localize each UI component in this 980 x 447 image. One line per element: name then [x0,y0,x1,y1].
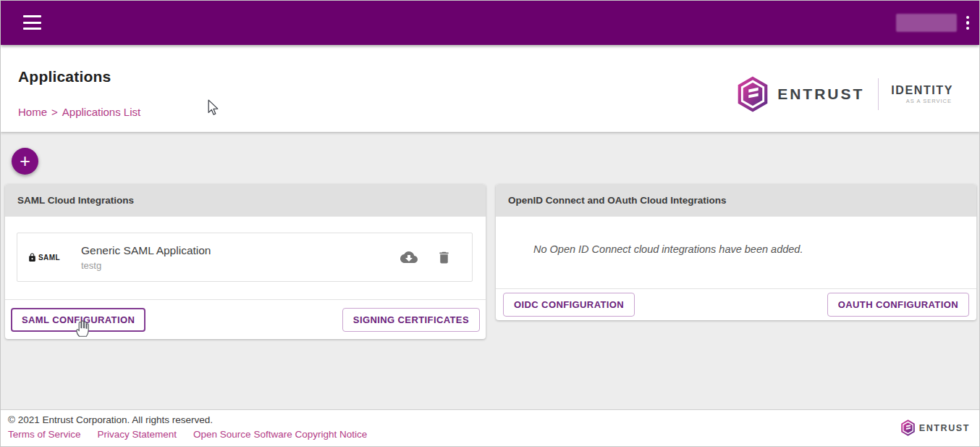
trash-icon [436,250,452,265]
page-title: Applications [18,68,111,85]
oidc-panel-actions: OIDC CONFIGURATION OAUTH CONFIGURATION [496,288,976,320]
signing-certificates-button[interactable]: SIGNING CERTIFICATES [342,308,480,332]
saml-panel-title: SAML Cloud Integrations [5,184,486,217]
footer-links: Terms of Service Privacy Statement Open … [8,429,367,440]
add-application-button[interactable]: + [12,148,38,175]
oidc-integrations-panel: OpenID Connect and OAuth Cloud Integrati… [496,184,976,320]
terms-of-service-link[interactable]: Terms of Service [8,429,81,440]
brand-divider [878,78,879,110]
brand-product: IDENTITY [891,84,953,97]
oidc-panel-title: OpenID Connect and OAuth Cloud Integrati… [496,184,976,217]
oidc-configuration-button[interactable]: OIDC CONFIGURATION [503,293,635,317]
download-metadata-button[interactable] [400,248,418,266]
oauth-configuration-button[interactable]: OAUTH CONFIGURATION [827,293,969,317]
open-source-notice-link[interactable]: Open Source Software Copyright Notice [193,429,367,440]
breadcrumb-home-link[interactable]: Home [18,106,47,118]
lock-icon [28,253,37,262]
saml-integrations-panel: SAML Cloud Integrations SAML Generic SAM… [5,184,486,339]
footer-brand-logo: ENTRUST [900,419,970,436]
breadcrumb: Home>Applications List [18,106,140,118]
saml-application-row[interactable]: SAML Generic SAML Application testg [17,233,473,282]
saml-badge-label: SAML [38,254,60,262]
entrust-hexagon-icon-small [900,419,916,436]
page: Applications Home>Applications List ENTR… [0,0,980,447]
kebab-menu-icon[interactable] [965,13,971,33]
application-name: Generic SAML Application [81,244,211,257]
privacy-statement-link[interactable]: Privacy Statement [98,429,177,440]
entrust-hexagon-icon [736,76,769,112]
saml-configuration-button[interactable]: SAML CONFIGURATION [11,308,145,332]
footer-brand-name: ENTRUST [919,423,970,433]
saml-panel-actions: SAML CONFIGURATION SIGNING CERTIFICATES [5,299,486,339]
cloud-download-icon [400,248,418,266]
oidc-empty-message: No Open ID Connect cloud integrations ha… [533,243,803,255]
copyright-text: © 2021 Entrust Corporation. All rights r… [8,414,213,425]
topbar [1,1,979,45]
brand-logo: ENTRUST IDENTITY AS A SERVICE [736,76,953,112]
saml-badge: SAML [28,253,71,262]
brand-product-sub: AS A SERVICE [906,98,952,104]
brand-name: ENTRUST [777,85,864,103]
page-footer: © 2021 Entrust Corporation. All rights r… [1,409,979,446]
application-subtitle: testg [81,260,211,271]
hamburger-menu-icon[interactable] [23,14,42,30]
delete-application-button[interactable] [436,248,452,266]
breadcrumb-separator: > [51,106,58,118]
account-label-redacted [896,14,957,32]
breadcrumb-current-link[interactable]: Applications List [62,106,140,118]
page-header: Applications Home>Applications List ENTR… [1,45,979,132]
